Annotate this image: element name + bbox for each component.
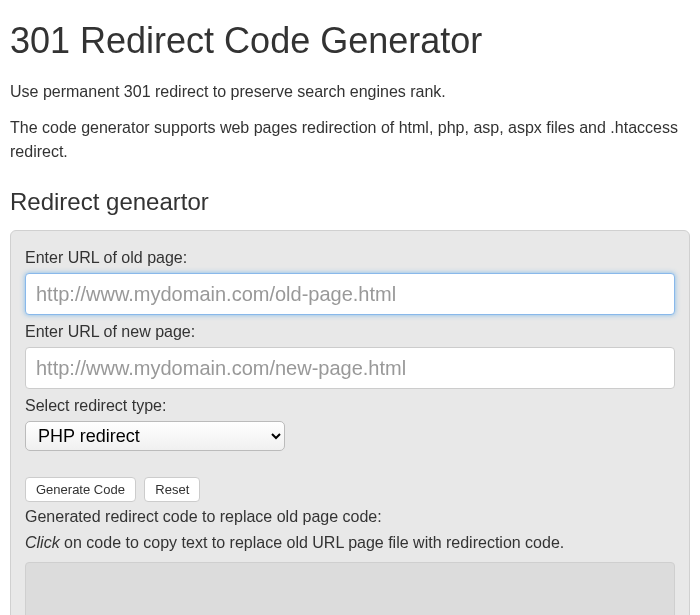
- redirect-type-select[interactable]: PHP redirect: [25, 421, 285, 451]
- copy-hint: Click on code to copy text to replace ol…: [25, 534, 675, 552]
- generated-code-box[interactable]: [25, 562, 675, 615]
- intro-line-1: Use permanent 301 redirect to preserve s…: [10, 80, 690, 104]
- intro-line-2: The code generator supports web pages re…: [10, 116, 690, 164]
- page-title: 301 Redirect Code Generator: [10, 20, 690, 62]
- generate-code-button[interactable]: Generate Code: [25, 477, 136, 502]
- reset-button[interactable]: Reset: [144, 477, 200, 502]
- redirect-type-label: Select redirect type:: [25, 397, 675, 415]
- new-url-input[interactable]: [25, 347, 675, 389]
- generated-code-label: Generated redirect code to replace old p…: [25, 508, 675, 526]
- old-url-label: Enter URL of old page:: [25, 249, 675, 267]
- new-url-label: Enter URL of new page:: [25, 323, 675, 341]
- copy-hint-emphasis: Click: [25, 534, 60, 551]
- copy-hint-rest: on code to copy text to replace old URL …: [60, 534, 565, 551]
- old-url-input[interactable]: [25, 273, 675, 315]
- section-heading: Redirect geneartor: [10, 188, 690, 216]
- redirect-form-panel: Enter URL of old page: Enter URL of new …: [10, 230, 690, 615]
